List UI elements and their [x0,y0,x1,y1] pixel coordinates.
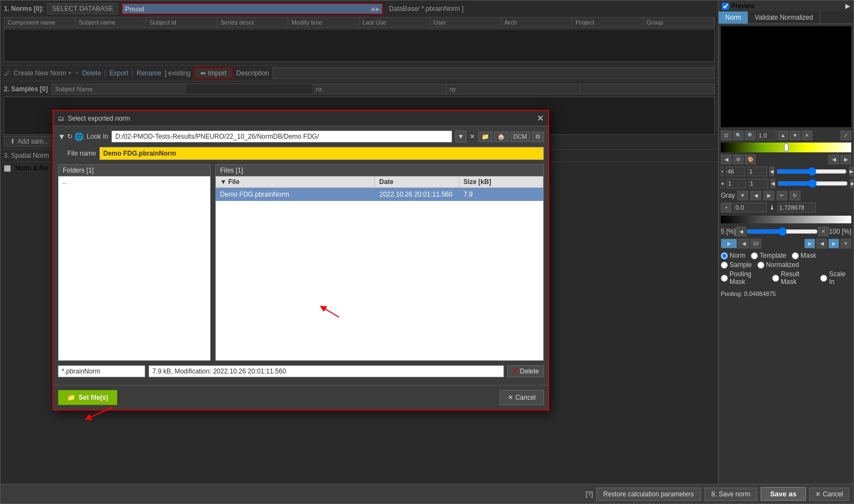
percent-max: 100 [%] [829,228,851,235]
gray-prev[interactable]: ◀ [750,191,761,200]
rp-blue-btn3[interactable]: ▶ [828,239,839,248]
radio-row-1: Norm Template Mask [721,252,851,259]
rp-blue-btn[interactable]: ▶ [721,239,737,248]
file-name-row: File name Demo FDG.pbrainNorm [58,147,544,160]
folders-tab[interactable]: Folders [1] [58,165,210,176]
look-in-dcm-button[interactable]: DCM [510,132,530,142]
file-filter-input[interactable]: *.pbrainNorm [58,365,145,377]
cc2-slider-left[interactable]: ◀ [770,179,775,188]
modal-title-bar: 🗂 Select exported norm ✕ [54,111,548,126]
files-table-header: ▼ File Date Size [kB] [216,176,543,188]
file-name-input[interactable]: Demo FDG.pbrainNorm [99,147,544,160]
look-in-refresh-button[interactable]: ↻ [67,133,73,140]
look-in-dropdown-button[interactable]: ▼ [455,131,466,143]
rp-close-btn[interactable]: ✕ [840,239,851,248]
look-in-folder-up[interactable]: 🏠 [494,132,508,142]
radio-sample[interactable]: Sample [721,261,752,269]
look-in-path-input[interactable]: D:/02-PMOD-Tests-Results/PNEURO/22_10_26… [111,131,452,143]
min-value-input[interactable]: 0.0 [734,203,767,212]
cc2-slider-right[interactable]: ▶ [850,179,853,188]
file-row-0-size: 7.9 [459,189,543,199]
folder-item-parent[interactable]: .. [58,176,210,187]
preview-arrow-right[interactable]: ▶ [845,2,850,10]
cc1-slider-left[interactable]: ◀ [769,167,774,176]
files-panel: Files [1] ▼ File Date Size [kB] Demo FDG… [215,164,544,361]
gray-next[interactable]: ▶ [763,191,774,200]
files-col-size[interactable]: Size [kB] [459,176,543,187]
files-col-file[interactable]: ▼ File [216,176,375,187]
rp-prev-btn[interactable]: ◀ [738,239,749,248]
rp-blue-btn2[interactable]: ▶ [804,239,815,248]
color-scale-thumb[interactable] [784,144,788,151]
preview-checkbox[interactable] [722,3,729,10]
gray-edit[interactable]: ✏ [776,191,787,200]
file-row-0[interactable]: Demo FDG.pbrainNorm 2022.10.26 20:01:11.… [216,188,543,201]
radio-normalized[interactable]: Normalized [757,261,799,269]
cc1-val2-input[interactable]: 1 [748,167,767,176]
percent-slider[interactable] [746,227,818,236]
cancel-modal-button[interactable]: ✕ Cancel [500,390,544,405]
zoom-fit-button[interactable]: ⊡ [721,131,732,140]
bracket-indicator: [?] [585,490,592,498]
cc1-icon: ▪ [721,167,723,176]
zoom-input[interactable]: 1.0 [757,131,776,140]
save-as-button[interactable]: Save as [761,487,805,501]
cs-palette-button[interactable]: 🎨 [745,155,756,164]
rp-num-btn[interactable]: 10 [750,239,761,248]
cc1-slider-right[interactable]: ▶ [849,167,853,176]
minmax-icon: ▪ [721,203,732,212]
zoom-inc-button[interactable]: ▲ [778,131,788,140]
look-in-folder-new[interactable]: 📁 [478,132,493,142]
cancel-button[interactable]: ✕ Cancel [809,488,849,501]
files-col-date[interactable]: Date [375,176,459,187]
set-files-icon: 📁 [67,394,75,401]
percent-slider-left[interactable]: ◀ [736,227,746,236]
file-dialog-content: ▼ ↻ 🌐 Look In D:/02-PMOD-Tests-Results/P… [54,126,548,385]
delete-x-icon: ✕ [512,367,518,375]
radio-template[interactable]: Template [751,252,786,259]
set-files-button[interactable]: 📁 Set file(s) [58,390,117,405]
cs-settings-button[interactable]: ⚙ [733,155,744,164]
cc2-slider[interactable] [778,179,848,188]
look-in-settings-button[interactable]: ⚙ [532,132,544,142]
cs-prev2-button[interactable]: ◀ [828,155,839,164]
cc1-val1-input[interactable]: 46 [726,167,745,176]
sort-icon: ▼ [220,178,227,186]
max-value-input[interactable]: 1.728678 [778,203,816,212]
restore-calc-button[interactable]: Restore calculation parameters [596,488,701,501]
save-norm-button[interactable]: 8. Save norm [704,488,757,501]
radio-mask[interactable]: Mask [792,252,816,259]
file-panels: Folders [1] .. Files [1] ▼ File Date Si [58,164,544,361]
cs-prev-button[interactable]: ◀ [721,155,732,164]
close-zoom-button[interactable]: ✕ [802,131,813,140]
look-in-back-button[interactable]: ▼ [58,132,66,141]
cc1-slider[interactable] [776,167,847,176]
norm-tab[interactable]: Norm [719,11,748,23]
zoom-value-button[interactable]: 🔍 [745,131,756,140]
look-in-globe-button[interactable]: 🌐 [74,132,84,141]
radio-pooling-mask[interactable]: Pooling Mask [721,270,767,286]
files-tab[interactable]: Files [1] [216,165,543,176]
modal-title-icon: 🗂 [58,115,64,122]
zoom-in-button[interactable]: 🔍 [733,131,744,140]
fullscreen-button[interactable]: ⤢ [840,131,851,140]
cc2-val2-input[interactable]: 1 [749,179,768,188]
gray-refresh[interactable]: ↻ [790,191,800,200]
folders-panel: Folders [1] .. [58,164,211,361]
minmax-row: ▪ 0.0 🌡 1.728678 [719,201,853,214]
cancel-x-icon: ✕ [815,490,821,498]
cs-next-button[interactable]: ▶ [840,155,851,164]
file-delete-button[interactable]: ✕ Delete [507,365,544,377]
select-norm-modal: 🗂 Select exported norm ✕ ▼ ↻ 🌐 Look In D… [52,110,549,411]
rp-prev2-btn[interactable]: ◀ [816,239,827,248]
cc2-val1-input[interactable]: 1 [727,179,746,188]
radio-result-mask[interactable]: Result Mask [772,270,815,286]
gray-dropdown[interactable]: ▼ [737,191,748,200]
look-in-clear-button[interactable]: ✕ [470,133,475,140]
zoom-dec-button[interactable]: ▼ [790,131,800,140]
radio-scale-in[interactable]: Scale In [820,270,851,286]
modal-close-button[interactable]: ✕ [537,113,544,123]
percent-x-button[interactable]: ✕ [818,227,829,236]
radio-norm[interactable]: Norm [721,252,745,259]
validate-normalized-tab[interactable]: Validate Normalized [748,11,820,23]
